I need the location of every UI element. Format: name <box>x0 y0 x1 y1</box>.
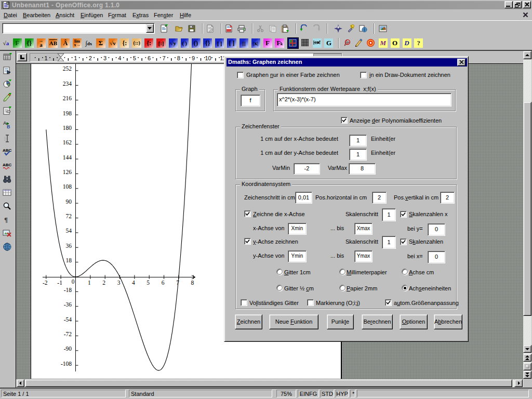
svg-text:72: 72 <box>66 213 72 219</box>
svg-text:8: 8 <box>191 280 194 286</box>
svg-text:36: 36 <box>66 243 72 249</box>
svg-text:1: 1 <box>74 55 77 61</box>
svg-text:90: 90 <box>66 198 72 205</box>
svg-text:7: 7 <box>176 280 179 286</box>
svg-text:18: 18 <box>66 257 72 263</box>
svg-text:-108: -108 <box>61 361 72 367</box>
svg-text:B: B <box>7 124 10 129</box>
svg-text:2: 2 <box>102 280 105 286</box>
svg-text:-36: -36 <box>64 301 72 308</box>
svg-text:252: 252 <box>63 65 72 72</box>
svg-text:¶: ¶ <box>4 216 8 223</box>
svg-text:8: 8 <box>177 55 180 61</box>
svg-text:144: 144 <box>63 154 72 161</box>
svg-text:234: 234 <box>63 81 72 87</box>
svg-text:180: 180 <box>63 125 72 131</box>
svg-text:-2: -2 <box>43 280 48 286</box>
svg-text:108: 108 <box>63 183 72 190</box>
svg-text:54: 54 <box>66 228 72 234</box>
svg-text:A: A <box>3 121 7 126</box>
svg-text:5: 5 <box>147 280 150 286</box>
svg-text:6: 6 <box>162 280 165 286</box>
svg-text:10: 10 <box>205 55 211 61</box>
svg-text:126: 126 <box>63 169 72 175</box>
svg-text:198: 198 <box>63 110 72 116</box>
svg-text:-90: -90 <box>64 345 72 352</box>
svg-text:-1: -1 <box>57 280 62 286</box>
svg-text:4: 4 <box>118 55 121 61</box>
svg-text:7: 7 <box>162 55 165 61</box>
svg-text:5: 5 <box>133 55 136 61</box>
svg-text:6: 6 <box>148 55 151 61</box>
svg-text:ABC: ABC <box>3 148 12 153</box>
svg-text:0: 0 <box>72 278 75 285</box>
svg-text:2: 2 <box>89 55 92 61</box>
svg-text:9: 9 <box>192 55 195 61</box>
svg-text:1: 1 <box>45 55 48 61</box>
svg-text:-72: -72 <box>64 331 72 337</box>
svg-text:216: 216 <box>63 95 72 101</box>
svg-text:4: 4 <box>132 280 135 286</box>
svg-text:1: 1 <box>88 280 91 286</box>
svg-text:-18: -18 <box>64 287 72 293</box>
svg-text:ABC: ABC <box>3 163 12 167</box>
svg-text:3: 3 <box>117 280 121 286</box>
svg-text:-54: -54 <box>64 316 72 323</box>
svg-text:3: 3 <box>103 55 107 61</box>
svg-text:162: 162 <box>63 139 72 145</box>
